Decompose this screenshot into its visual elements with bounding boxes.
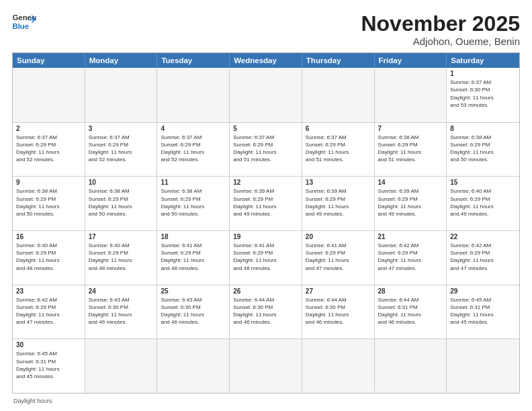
calendar-day-2: 2Sunrise: 6:37 AM Sunset: 6:29 PM Daylig… [13, 123, 85, 177]
calendar-day-25: 25Sunrise: 6:43 AM Sunset: 6:30 PM Dayli… [157, 285, 230, 339]
footer-daylight: Daylight hours [12, 398, 520, 404]
calendar-day-16: 16Sunrise: 6:40 AM Sunset: 6:29 PM Dayli… [13, 231, 85, 285]
day-info: Sunrise: 6:42 AM Sunset: 6:29 PM Dayligh… [16, 296, 81, 326]
day-info: Sunrise: 6:44 AM Sunset: 6:31 PM Dayligh… [378, 296, 443, 326]
day-number: 15 [450, 179, 516, 186]
calendar-day-empty [13, 68, 85, 122]
day-info: Sunrise: 6:38 AM Sunset: 6:29 PM Dayligh… [450, 134, 516, 164]
day-number: 10 [89, 179, 154, 186]
day-number: 9 [16, 179, 81, 186]
day-number: 3 [89, 125, 154, 132]
calendar-week-3: 9Sunrise: 6:38 AM Sunset: 6:29 PM Daylig… [13, 176, 519, 230]
day-number: 28 [378, 287, 443, 295]
day-number: 26 [233, 287, 298, 295]
header: General Blue November 2025 Adjohon, Ouem… [12, 12, 520, 47]
calendar-day-empty [157, 68, 230, 122]
day-info: Sunrise: 6:40 AM Sunset: 6:29 PM Dayligh… [450, 187, 516, 218]
day-info: Sunrise: 6:39 AM Sunset: 6:29 PM Dayligh… [378, 187, 443, 218]
day-info: Sunrise: 6:38 AM Sunset: 6:29 PM Dayligh… [89, 187, 154, 218]
svg-text:General: General [13, 13, 37, 21]
day-info: Sunrise: 6:37 AM Sunset: 6:29 PM Dayligh… [306, 134, 371, 164]
calendar-day-empty [302, 68, 375, 122]
day-number: 5 [233, 125, 298, 132]
calendar-day-empty [375, 339, 447, 393]
day-info: Sunrise: 6:44 AM Sunset: 6:30 PM Dayligh… [306, 296, 371, 326]
day-info: Sunrise: 6:41 AM Sunset: 6:29 PM Dayligh… [233, 242, 298, 272]
calendar-day-empty [447, 339, 519, 393]
page-subtitle: Adjohon, Oueme, Benin [361, 36, 520, 47]
calendar-day-7: 7Sunrise: 6:38 AM Sunset: 6:29 PM Daylig… [375, 123, 447, 177]
day-info: Sunrise: 6:38 AM Sunset: 6:29 PM Dayligh… [161, 187, 226, 218]
calendar-day-10: 10Sunrise: 6:38 AM Sunset: 6:29 PM Dayli… [85, 177, 158, 230]
calendar-day-empty [375, 68, 447, 122]
calendar-day-11: 11Sunrise: 6:38 AM Sunset: 6:29 PM Dayli… [157, 177, 230, 230]
calendar-day-30: 30Sunrise: 6:45 AM Sunset: 6:31 PM Dayli… [13, 339, 85, 393]
calendar-day-18: 18Sunrise: 6:41 AM Sunset: 6:29 PM Dayli… [157, 231, 230, 285]
day-number: 8 [450, 125, 516, 132]
calendar-day-13: 13Sunrise: 6:39 AM Sunset: 6:29 PM Dayli… [302, 177, 375, 230]
day-info: Sunrise: 6:40 AM Sunset: 6:29 PM Dayligh… [89, 242, 154, 272]
calendar-day-24: 24Sunrise: 6:43 AM Sunset: 6:30 PM Dayli… [85, 285, 158, 339]
generalblue-logo-icon: General Blue [12, 12, 36, 31]
calendar-day-empty [230, 339, 302, 393]
day-info: Sunrise: 6:41 AM Sunset: 6:29 PM Dayligh… [161, 242, 226, 272]
day-info: Sunrise: 6:37 AM Sunset: 6:29 PM Dayligh… [161, 134, 226, 164]
calendar-day-21: 21Sunrise: 6:42 AM Sunset: 6:29 PM Dayli… [375, 231, 447, 285]
day-info: Sunrise: 6:37 AM Sunset: 6:30 PM Dayligh… [450, 79, 516, 109]
calendar-week-4: 16Sunrise: 6:40 AM Sunset: 6:29 PM Dayli… [13, 230, 519, 285]
calendar-day-19: 19Sunrise: 6:41 AM Sunset: 6:29 PM Dayli… [230, 231, 302, 285]
calendar-day-15: 15Sunrise: 6:40 AM Sunset: 6:29 PM Dayli… [447, 177, 519, 230]
calendar-body: 1Sunrise: 6:37 AM Sunset: 6:30 PM Daylig… [13, 68, 519, 393]
day-info: Sunrise: 6:45 AM Sunset: 6:31 PM Dayligh… [450, 296, 516, 326]
day-info: Sunrise: 6:44 AM Sunset: 6:30 PM Dayligh… [233, 296, 298, 326]
calendar: SundayMondayTuesdayWednesdayThursdayFrid… [12, 52, 520, 394]
day-number: 19 [233, 233, 298, 240]
day-info: Sunrise: 6:37 AM Sunset: 6:29 PM Dayligh… [16, 134, 81, 164]
calendar-day-14: 14Sunrise: 6:39 AM Sunset: 6:29 PM Dayli… [375, 177, 447, 230]
day-number: 23 [16, 287, 81, 295]
weekday-header-monday: Monday [85, 53, 158, 68]
day-info: Sunrise: 6:41 AM Sunset: 6:29 PM Dayligh… [306, 242, 371, 272]
calendar-day-4: 4Sunrise: 6:37 AM Sunset: 6:29 PM Daylig… [157, 123, 230, 177]
calendar-day-9: 9Sunrise: 6:38 AM Sunset: 6:29 PM Daylig… [13, 177, 85, 230]
day-info: Sunrise: 6:40 AM Sunset: 6:29 PM Dayligh… [16, 242, 81, 272]
calendar-day-empty [157, 339, 230, 393]
weekday-header-friday: Friday [375, 53, 447, 68]
calendar-day-26: 26Sunrise: 6:44 AM Sunset: 6:30 PM Dayli… [230, 285, 302, 339]
title-block: November 2025 Adjohon, Oueme, Benin [361, 12, 520, 47]
day-number: 29 [450, 287, 516, 295]
day-number: 24 [89, 287, 154, 295]
calendar-week-2: 2Sunrise: 6:37 AM Sunset: 6:29 PM Daylig… [13, 122, 519, 177]
calendar-week-6: 30Sunrise: 6:45 AM Sunset: 6:31 PM Dayli… [13, 338, 519, 393]
calendar-day-20: 20Sunrise: 6:41 AM Sunset: 6:29 PM Dayli… [302, 231, 375, 285]
day-number: 1 [450, 70, 516, 77]
day-number: 22 [450, 233, 516, 240]
calendar-day-12: 12Sunrise: 6:39 AM Sunset: 6:29 PM Dayli… [230, 177, 302, 230]
calendar-week-5: 23Sunrise: 6:42 AM Sunset: 6:29 PM Dayli… [13, 285, 519, 339]
weekday-header-wednesday: Wednesday [230, 53, 302, 68]
logo: General Blue [12, 12, 36, 31]
day-number: 30 [16, 341, 81, 349]
day-number: 4 [161, 125, 226, 132]
day-number: 6 [306, 125, 371, 132]
day-number: 14 [378, 179, 443, 186]
day-number: 11 [161, 179, 226, 186]
day-info: Sunrise: 6:42 AM Sunset: 6:29 PM Dayligh… [450, 242, 516, 272]
day-number: 7 [378, 125, 443, 132]
calendar-day-27: 27Sunrise: 6:44 AM Sunset: 6:30 PM Dayli… [302, 285, 375, 339]
calendar-day-1: 1Sunrise: 6:37 AM Sunset: 6:30 PM Daylig… [447, 68, 519, 122]
day-info: Sunrise: 6:38 AM Sunset: 6:29 PM Dayligh… [16, 187, 81, 218]
day-number: 17 [89, 233, 154, 240]
weekday-header-saturday: Saturday [447, 53, 519, 68]
calendar-day-empty [85, 68, 158, 122]
weekday-header-thursday: Thursday [302, 53, 375, 68]
calendar-day-5: 5Sunrise: 6:37 AM Sunset: 6:29 PM Daylig… [230, 123, 302, 177]
day-number: 16 [16, 233, 81, 240]
calendar-day-8: 8Sunrise: 6:38 AM Sunset: 6:29 PM Daylig… [447, 123, 519, 177]
day-number: 20 [306, 233, 371, 240]
day-info: Sunrise: 6:39 AM Sunset: 6:29 PM Dayligh… [306, 187, 371, 218]
day-number: 27 [306, 287, 371, 295]
day-info: Sunrise: 6:37 AM Sunset: 6:29 PM Dayligh… [233, 134, 298, 164]
day-number: 13 [306, 179, 371, 186]
weekday-header-sunday: Sunday [13, 53, 85, 68]
